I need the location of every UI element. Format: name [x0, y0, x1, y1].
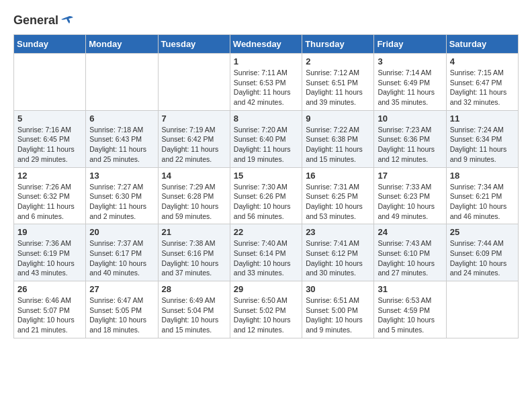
calendar-week-row: 19Sunrise: 7:36 AM Sunset: 6:19 PM Dayli… [14, 224, 519, 281]
calendar-cell: 17Sunrise: 7:33 AM Sunset: 6:23 PM Dayli… [374, 167, 446, 224]
day-info: Sunrise: 7:38 AM Sunset: 6:16 PM Dayligh… [162, 238, 226, 278]
day-number: 24 [378, 227, 442, 237]
logo-general: General [13, 13, 58, 27]
day-number: 8 [234, 113, 298, 124]
calendar-cell: 11Sunrise: 7:24 AM Sunset: 6:34 PM Dayli… [446, 110, 518, 167]
day-number: 12 [17, 171, 82, 181]
calendar-cell [158, 54, 230, 111]
day-number: 5 [17, 113, 82, 124]
day-number: 17 [378, 171, 442, 181]
calendar-week-row: 12Sunrise: 7:26 AM Sunset: 6:32 PM Dayli… [14, 167, 519, 224]
day-number: 6 [89, 113, 154, 124]
day-number: 26 [17, 284, 82, 294]
calendar-cell: 26Sunrise: 6:46 AM Sunset: 5:07 PM Dayli… [14, 281, 86, 338]
day-info: Sunrise: 6:46 AM Sunset: 5:07 PM Dayligh… [17, 295, 82, 335]
day-number: 7 [162, 113, 226, 124]
day-number: 20 [89, 227, 154, 237]
day-info: Sunrise: 7:36 AM Sunset: 6:19 PM Dayligh… [17, 238, 82, 278]
day-info: Sunrise: 7:18 AM Sunset: 6:43 PM Dayligh… [89, 125, 154, 165]
day-info: Sunrise: 7:29 AM Sunset: 6:28 PM Dayligh… [162, 182, 226, 222]
day-number: 16 [306, 171, 370, 181]
day-of-week-header: Friday [374, 35, 446, 54]
day-info: Sunrise: 7:12 AM Sunset: 6:51 PM Dayligh… [306, 68, 370, 107]
calendar-cell: 28Sunrise: 6:49 AM Sunset: 5:04 PM Dayli… [158, 281, 230, 338]
day-of-week-header: Thursday [302, 35, 374, 54]
calendar-cell: 9Sunrise: 7:22 AM Sunset: 6:38 PM Daylig… [302, 110, 374, 167]
calendar-cell [86, 54, 158, 111]
calendar-week-row: 1Sunrise: 7:11 AM Sunset: 6:53 PM Daylig… [14, 54, 519, 111]
day-of-week-header: Saturday [446, 35, 518, 54]
day-of-week-header: Wednesday [230, 35, 302, 54]
day-info: Sunrise: 7:44 AM Sunset: 6:09 PM Dayligh… [450, 238, 515, 278]
calendar-cell: 3Sunrise: 7:14 AM Sunset: 6:49 PM Daylig… [374, 54, 446, 111]
calendar-cell: 8Sunrise: 7:20 AM Sunset: 6:40 PM Daylig… [230, 110, 302, 167]
day-info: Sunrise: 7:11 AM Sunset: 6:53 PM Dayligh… [234, 68, 298, 107]
calendar-cell: 31Sunrise: 6:53 AM Sunset: 4:59 PM Dayli… [374, 281, 446, 338]
calendar-week-row: 26Sunrise: 6:46 AM Sunset: 5:07 PM Dayli… [14, 281, 519, 338]
day-info: Sunrise: 6:50 AM Sunset: 5:02 PM Dayligh… [234, 295, 298, 335]
day-info: Sunrise: 6:49 AM Sunset: 5:04 PM Dayligh… [162, 295, 226, 335]
calendar-cell: 29Sunrise: 6:50 AM Sunset: 5:02 PM Dayli… [230, 281, 302, 338]
calendar-cell [14, 54, 86, 111]
calendar-header-row: SundayMondayTuesdayWednesdayThursdayFrid… [14, 35, 519, 54]
day-number: 4 [450, 56, 515, 66]
day-number: 3 [378, 56, 442, 66]
calendar-cell: 2Sunrise: 7:12 AM Sunset: 6:51 PM Daylig… [302, 54, 374, 111]
calendar-cell: 15Sunrise: 7:30 AM Sunset: 6:26 PM Dayli… [230, 167, 302, 224]
day-number: 13 [89, 171, 154, 181]
day-number: 31 [378, 284, 442, 294]
day-info: Sunrise: 7:14 AM Sunset: 6:49 PM Dayligh… [378, 68, 442, 107]
day-info: Sunrise: 7:33 AM Sunset: 6:23 PM Dayligh… [378, 182, 442, 222]
calendar-cell: 13Sunrise: 7:27 AM Sunset: 6:30 PM Dayli… [86, 167, 158, 224]
calendar-cell: 7Sunrise: 7:19 AM Sunset: 6:42 PM Daylig… [158, 110, 230, 167]
day-info: Sunrise: 6:47 AM Sunset: 5:05 PM Dayligh… [89, 295, 154, 335]
calendar-cell: 18Sunrise: 7:34 AM Sunset: 6:21 PM Dayli… [446, 167, 518, 224]
day-of-week-header: Sunday [14, 35, 86, 54]
day-number: 19 [17, 227, 82, 237]
calendar-cell: 6Sunrise: 7:18 AM Sunset: 6:43 PM Daylig… [86, 110, 158, 167]
day-number: 22 [234, 227, 298, 237]
day-number: 10 [378, 113, 442, 124]
day-number: 2 [306, 56, 370, 66]
day-info: Sunrise: 7:24 AM Sunset: 6:34 PM Dayligh… [450, 125, 515, 165]
calendar-week-row: 5Sunrise: 7:16 AM Sunset: 6:45 PM Daylig… [14, 110, 519, 167]
logo-bird-icon [60, 15, 75, 28]
calendar-cell: 10Sunrise: 7:23 AM Sunset: 6:36 PM Dayli… [374, 110, 446, 167]
calendar-cell: 22Sunrise: 7:40 AM Sunset: 6:14 PM Dayli… [230, 224, 302, 281]
day-info: Sunrise: 6:51 AM Sunset: 5:00 PM Dayligh… [306, 295, 370, 335]
calendar-cell: 16Sunrise: 7:31 AM Sunset: 6:25 PM Dayli… [302, 167, 374, 224]
calendar-cell [446, 281, 518, 338]
day-number: 1 [234, 56, 298, 66]
day-number: 11 [450, 113, 515, 124]
day-number: 23 [306, 227, 370, 237]
day-number: 25 [450, 227, 515, 237]
calendar-cell: 14Sunrise: 7:29 AM Sunset: 6:28 PM Dayli… [158, 167, 230, 224]
calendar-cell: 20Sunrise: 7:37 AM Sunset: 6:17 PM Dayli… [86, 224, 158, 281]
day-number: 30 [306, 284, 370, 294]
page-header: General [13, 13, 519, 28]
day-number: 28 [162, 284, 226, 294]
day-number: 18 [450, 171, 515, 181]
day-of-week-header: Monday [86, 35, 158, 54]
calendar-table: SundayMondayTuesdayWednesdayThursdayFrid… [13, 34, 519, 338]
day-number: 27 [89, 284, 154, 294]
calendar-cell: 1Sunrise: 7:11 AM Sunset: 6:53 PM Daylig… [230, 54, 302, 111]
day-info: Sunrise: 7:16 AM Sunset: 6:45 PM Dayligh… [17, 125, 82, 165]
day-number: 9 [306, 113, 370, 124]
logo-text: General [13, 13, 75, 28]
day-info: Sunrise: 7:26 AM Sunset: 6:32 PM Dayligh… [17, 182, 82, 222]
day-of-week-header: Tuesday [158, 35, 230, 54]
day-info: Sunrise: 7:22 AM Sunset: 6:38 PM Dayligh… [306, 125, 370, 165]
day-info: Sunrise: 7:30 AM Sunset: 6:26 PM Dayligh… [234, 182, 298, 222]
calendar-cell: 21Sunrise: 7:38 AM Sunset: 6:16 PM Dayli… [158, 224, 230, 281]
calendar-cell: 5Sunrise: 7:16 AM Sunset: 6:45 PM Daylig… [14, 110, 86, 167]
day-info: Sunrise: 7:31 AM Sunset: 6:25 PM Dayligh… [306, 182, 370, 222]
calendar-cell: 27Sunrise: 6:47 AM Sunset: 5:05 PM Dayli… [86, 281, 158, 338]
day-info: Sunrise: 7:40 AM Sunset: 6:14 PM Dayligh… [234, 238, 298, 278]
day-number: 21 [162, 227, 226, 237]
calendar-cell: 4Sunrise: 7:15 AM Sunset: 6:47 PM Daylig… [446, 54, 518, 111]
calendar-cell: 30Sunrise: 6:51 AM Sunset: 5:00 PM Dayli… [302, 281, 374, 338]
day-info: Sunrise: 6:53 AM Sunset: 4:59 PM Dayligh… [378, 295, 442, 335]
calendar-cell: 19Sunrise: 7:36 AM Sunset: 6:19 PM Dayli… [14, 224, 86, 281]
day-number: 14 [162, 171, 226, 181]
